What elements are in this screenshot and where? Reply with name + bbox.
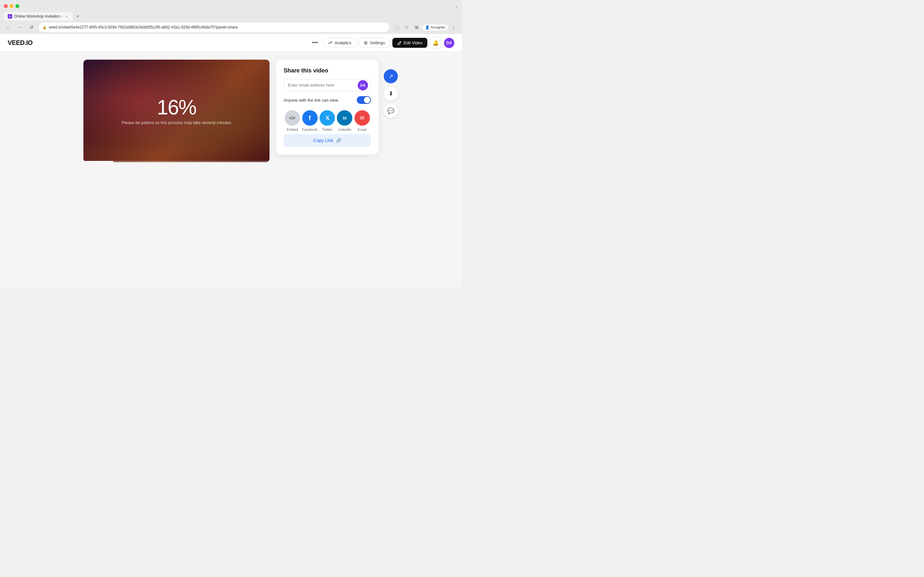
comment-button[interactable]: 💬 bbox=[384, 104, 398, 118]
video-percentage: 16% bbox=[157, 97, 196, 118]
minimize-button[interactable] bbox=[10, 4, 13, 8]
new-tab-button[interactable]: + bbox=[74, 13, 82, 20]
bookmark-icon[interactable]: ☆ bbox=[402, 23, 411, 32]
side-actions: ↗ ⬇ 💬 bbox=[384, 69, 398, 118]
download-icon: ⬇ bbox=[389, 90, 393, 97]
logo: VEED.IO bbox=[8, 39, 33, 47]
avatar[interactable]: DA bbox=[444, 38, 454, 48]
analytics-button[interactable]: Analytics bbox=[323, 38, 356, 48]
share-fab-icon: ↗ bbox=[389, 73, 393, 80]
content-area: 16% Please be patient as this process ma… bbox=[83, 60, 379, 162]
twitter-share-button[interactable]: 𝕏 Twitter bbox=[320, 110, 335, 131]
share-fab-button[interactable]: ↗ bbox=[384, 69, 398, 83]
analytics-icon bbox=[328, 41, 333, 45]
back-button[interactable]: ← bbox=[4, 23, 13, 32]
facebook-share-button[interactable]: f Facebook bbox=[302, 110, 317, 131]
video-progress-fill bbox=[83, 161, 113, 162]
link-toggle-row: Anyone with the link can view bbox=[284, 96, 371, 104]
window-controls bbox=[4, 4, 19, 8]
email-label: Email bbox=[358, 127, 367, 131]
maximize-button[interactable] bbox=[15, 4, 19, 8]
svg-point-0 bbox=[365, 42, 367, 44]
share-panel-title: Share this video bbox=[284, 67, 371, 74]
incognito-label: Incognito bbox=[431, 25, 445, 29]
link-toggle[interactable] bbox=[357, 96, 371, 104]
notification-icon: 🔔 bbox=[433, 40, 439, 46]
facebook-label: Facebook bbox=[302, 127, 317, 131]
refresh-button[interactable]: ↺ bbox=[27, 23, 36, 32]
share-panel: Share this video DA Anyone with the link… bbox=[276, 60, 379, 155]
edit-video-button[interactable]: Edit Video bbox=[393, 38, 427, 48]
active-tab[interactable]: V Online Workshop Invitation - × bbox=[4, 12, 73, 21]
extensions-icon[interactable]: ⊞ bbox=[412, 23, 421, 32]
video-player[interactable]: 16% Please be patient as this process ma… bbox=[83, 60, 270, 162]
browser-more-button[interactable]: ⋮ bbox=[449, 23, 458, 32]
cast-icon[interactable]: ⬜ bbox=[392, 23, 401, 32]
collapse-btn[interactable]: ⌄ bbox=[455, 4, 458, 8]
video-progress-bar bbox=[83, 161, 270, 162]
tab-close-button[interactable]: × bbox=[65, 14, 69, 19]
profile-chip[interactable]: 👤 Incognito bbox=[423, 24, 448, 31]
email-input[interactable] bbox=[284, 79, 358, 91]
embed-label: Embed bbox=[287, 127, 298, 131]
linkedin-label: LinkedIn bbox=[338, 127, 352, 131]
comment-icon: 💬 bbox=[387, 107, 394, 114]
browser-actions: ⬜ ☆ ⊞ 👤 Incognito ⋮ bbox=[392, 23, 458, 32]
address-bar[interactable]: 🔒 veed.io/view/0e4e2277-6f45-45c3-9294-7… bbox=[39, 23, 389, 32]
copy-link-icon: 🔗 bbox=[336, 138, 341, 143]
linkedin-icon: in bbox=[337, 110, 352, 126]
notification-button[interactable]: 🔔 bbox=[430, 37, 441, 49]
twitter-label: Twitter bbox=[322, 127, 333, 131]
email-avatar: DA bbox=[358, 80, 368, 90]
edit-icon bbox=[397, 41, 402, 45]
profile-icon: 👤 bbox=[425, 25, 430, 29]
email-share-button[interactable]: ✉ Email bbox=[355, 110, 370, 131]
video-overlay: 16% Please be patient as this process ma… bbox=[83, 60, 270, 162]
main-content: 16% Please be patient as this process ma… bbox=[0, 52, 462, 287]
url-text: veed.io/view/0e4e2277-6f45-45c3-9294-790… bbox=[49, 25, 385, 29]
nav-actions: ••• Analytics Settings Edit Video bbox=[309, 37, 454, 49]
video-subtitle: Please be patient as this process may ta… bbox=[121, 120, 231, 125]
embed-icon: </> bbox=[284, 110, 300, 126]
settings-icon bbox=[363, 41, 368, 45]
tab-favicon: V bbox=[8, 14, 12, 19]
close-button[interactable] bbox=[4, 4, 8, 8]
tab-title: Online Workshop Invitation - bbox=[14, 14, 63, 19]
address-bar-row: ← → ↺ 🔒 veed.io/view/0e4e2277-6f45-45c3-… bbox=[0, 21, 462, 34]
embed-share-button[interactable]: </> Embed bbox=[284, 110, 300, 131]
forward-button[interactable]: → bbox=[15, 23, 24, 32]
copy-link-label: Copy Link bbox=[313, 138, 333, 143]
link-toggle-label: Anyone with the link can view bbox=[284, 98, 338, 103]
download-button[interactable]: ⬇ bbox=[384, 87, 398, 101]
settings-button[interactable]: Settings bbox=[359, 38, 390, 48]
page: VEED.IO ••• Analytics Settings bbox=[0, 34, 462, 287]
email-icon: ✉ bbox=[355, 110, 370, 126]
lock-icon: 🔒 bbox=[42, 25, 47, 29]
facebook-icon: f bbox=[302, 110, 318, 126]
tab-bar: V Online Workshop Invitation - × + bbox=[0, 12, 462, 21]
email-row: DA bbox=[284, 79, 371, 91]
share-icons-row: </> Embed f Facebook 𝕏 T bbox=[284, 110, 371, 131]
top-nav: VEED.IO ••• Analytics Settings bbox=[0, 34, 462, 52]
linkedin-share-button[interactable]: in LinkedIn bbox=[337, 110, 352, 131]
toggle-knob bbox=[364, 97, 370, 103]
copy-link-button[interactable]: Copy Link 🔗 bbox=[284, 134, 371, 147]
more-options-button[interactable]: ••• bbox=[309, 37, 321, 49]
twitter-icon: 𝕏 bbox=[320, 110, 335, 126]
